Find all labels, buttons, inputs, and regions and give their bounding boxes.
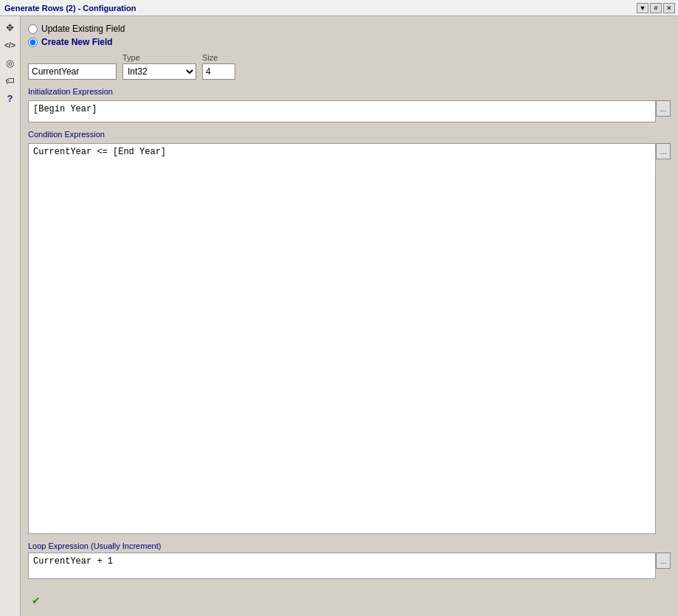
type-select[interactable]: Int32 Int64 Float Double String Bool Dat… xyxy=(122,63,196,80)
init-ellipsis-button[interactable]: ... xyxy=(656,100,671,117)
create-new-radio-row[interactable]: Create New Field xyxy=(28,37,671,47)
update-existing-radio-row[interactable]: Update Existing Field xyxy=(28,24,671,34)
init-section-header: Initialization Expression xyxy=(28,84,671,96)
title-bar: Generate Rows (2) - Configuration ▼ # ✕ xyxy=(0,0,678,16)
init-expression-area: [Begin Year] ... xyxy=(28,100,671,122)
type-col: Type Int32 Int64 Float Double String Boo… xyxy=(122,53,196,80)
loop-section-header: Loop Expression (Usually Increment) xyxy=(28,539,671,550)
cond-section-header: Condition Expression xyxy=(28,127,671,139)
init-expression-input[interactable]: [Begin Year] xyxy=(28,100,656,122)
code-icon[interactable]: </> xyxy=(2,37,18,53)
main-layout: ✥ </> ◎ 🏷 ? Update Existing Field Create… xyxy=(0,16,678,616)
bottom-bar: ✔ xyxy=(28,589,671,609)
create-new-label: Create New Field xyxy=(41,37,113,47)
field-name-col xyxy=(28,63,117,80)
field-config-row: Type Int32 Int64 Float Double String Boo… xyxy=(28,53,671,80)
loop-expression-input[interactable]: CurrentYear + 1 xyxy=(28,553,656,579)
size-input[interactable] xyxy=(202,63,235,80)
size-label: Size xyxy=(202,53,235,62)
tag-icon[interactable]: 🏷 xyxy=(2,72,18,89)
radio-group: Update Existing Field Create New Field xyxy=(28,24,671,47)
loop-label: Loop Expression (Usually Increment) xyxy=(28,541,161,550)
size-col: Size xyxy=(202,53,235,80)
pin-button[interactable]: ▼ xyxy=(637,3,648,13)
loop-ellipsis-button[interactable]: ... xyxy=(656,553,671,569)
float-button[interactable]: # xyxy=(650,3,662,13)
update-existing-label: Update Existing Field xyxy=(41,24,125,34)
close-button[interactable]: ✕ xyxy=(663,3,675,13)
type-label: Type xyxy=(122,53,196,62)
check-icon[interactable]: ✔ xyxy=(28,592,44,609)
left-toolbar: ✥ </> ◎ 🏷 ? xyxy=(0,16,21,616)
title-bar-buttons: ▼ # ✕ xyxy=(637,3,675,13)
target-icon[interactable]: ◎ xyxy=(2,55,18,71)
help-icon[interactable]: ? xyxy=(2,90,18,106)
cond-expression-area: CurrentYear <= [End Year] ... xyxy=(28,143,671,534)
content-area: Update Existing Field Create New Field T… xyxy=(21,16,678,616)
move-icon[interactable]: ✥ xyxy=(2,19,18,35)
create-new-radio[interactable] xyxy=(28,38,38,47)
update-existing-radio[interactable] xyxy=(28,24,38,34)
loop-expression-area: CurrentYear + 1 ... xyxy=(28,553,671,579)
cond-expression-input[interactable]: CurrentYear <= [End Year] xyxy=(28,143,656,534)
field-name-input[interactable] xyxy=(28,63,117,80)
window-title: Generate Rows (2) - Configuration xyxy=(4,4,136,13)
cond-ellipsis-button[interactable]: ... xyxy=(656,143,671,159)
loop-section: Loop Expression (Usually Increment) Curr… xyxy=(28,539,671,579)
init-label: Initialization Expression xyxy=(28,87,113,96)
cond-label: Condition Expression xyxy=(28,130,105,139)
